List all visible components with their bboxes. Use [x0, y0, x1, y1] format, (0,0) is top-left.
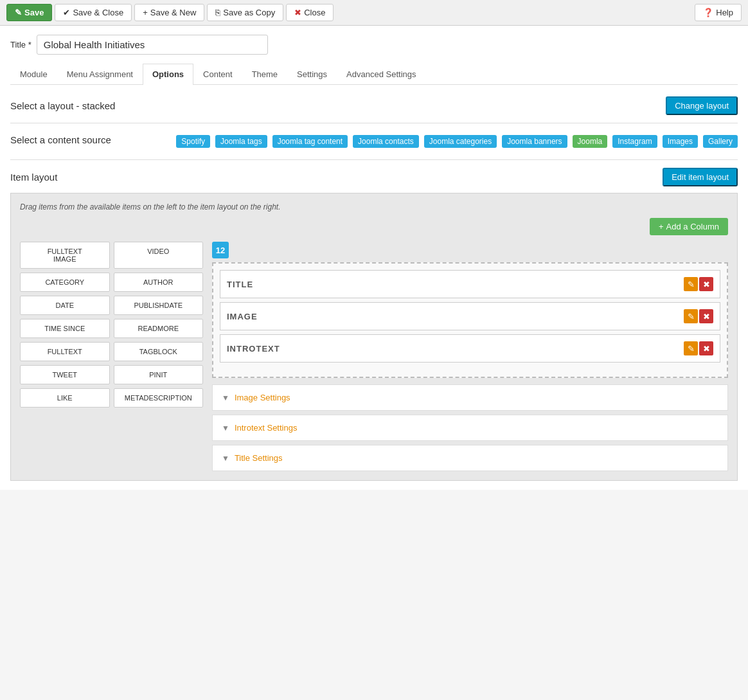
help-button[interactable]: ❓ Help [695, 4, 742, 21]
divider-2 [10, 159, 738, 160]
close-icon: ✖ [294, 8, 301, 17]
source-tag-joomla-tag-content[interactable]: Joomla tag content [272, 135, 348, 148]
source-tag-joomla-contacts[interactable]: Joomla contacts [353, 135, 419, 148]
tab-settings[interactable]: Settings [287, 64, 337, 84]
title-row: Title * [10, 35, 738, 55]
available-item-author[interactable]: AUTHOR [114, 273, 204, 292]
copy-icon: ⎘ [215, 8, 220, 17]
source-tag-spotify[interactable]: Spotify [176, 135, 210, 148]
layout-item-title: TITLE ✎ ✖ [220, 270, 720, 298]
source-tag-gallery[interactable]: Gallery [703, 135, 738, 148]
layout-item-title-label: TITLE [227, 280, 253, 289]
layout-item-introtext: INTROTEXT ✎ ✖ [220, 334, 720, 363]
image-settings-title: Image Settings [235, 393, 290, 402]
image-settings-header[interactable]: ▼ Image Settings [213, 385, 727, 410]
main-content: Title * Module Menu Assignment Options C… [0, 26, 748, 490]
available-item-video[interactable]: VIDEO [114, 242, 204, 269]
tab-module[interactable]: Module [10, 64, 57, 84]
content-source-tags: Spotify Joomla tags Joomla tag content J… [176, 135, 738, 148]
available-item-date[interactable]: DATE [20, 296, 110, 315]
title-input[interactable] [37, 35, 268, 55]
tab-theme[interactable]: Theme [242, 64, 287, 84]
introtext-settings-chevron: ▼ [222, 424, 229, 433]
tab-advanced-settings[interactable]: Advanced Settings [337, 64, 425, 84]
source-tag-joomla[interactable]: Joomla [573, 135, 608, 148]
layout-item-image: IMAGE ✎ ✖ [220, 302, 720, 330]
content-source-title: Select a content source [10, 134, 111, 145]
settings-sections: ▼ Image Settings ▼ Introtext Settings [212, 384, 728, 471]
introtext-delete-button[interactable]: ✖ [699, 341, 713, 355]
available-item-fulltext[interactable]: FULLTEXT [20, 342, 110, 361]
available-item-tweet[interactable]: TWEET [20, 365, 110, 384]
title-edit-button[interactable]: ✎ [684, 277, 698, 291]
change-layout-button[interactable]: Change layout [666, 96, 738, 115]
check-icon: ✔ [63, 8, 70, 17]
item-layout-header: Item layout Edit item layout [10, 168, 738, 186]
image-settings-chevron: ▼ [222, 393, 229, 402]
available-item-time-since[interactable]: TIME SINCE [20, 319, 110, 338]
item-layout-box: Drag items from the available items on t… [10, 193, 738, 481]
layout-title: Select a layout - stacked [10, 100, 115, 111]
source-tag-joomla-banners[interactable]: Joomla banners [502, 135, 567, 148]
drag-hint: Drag items from the available items on t… [20, 202, 728, 211]
image-item-actions: ✎ ✖ [684, 309, 713, 323]
title-settings-header[interactable]: ▼ Title Settings [213, 445, 727, 471]
drop-zone[interactable]: TITLE ✎ ✖ IMAGE ✎ ✖ [212, 262, 728, 378]
image-settings-section: ▼ Image Settings [212, 384, 728, 411]
item-layout-section: Item layout Edit item layout Drag items … [10, 168, 738, 481]
image-edit-button[interactable]: ✎ [684, 309, 698, 323]
layout-section-header: Select a layout - stacked Change layout [10, 96, 738, 115]
source-tag-joomla-categories[interactable]: Joomla categories [424, 135, 497, 148]
available-item-fulltext-image[interactable]: FULLTEXTIMAGE [20, 242, 110, 269]
available-item-metadescription[interactable]: METADESCRIPTION [114, 388, 204, 408]
content-source-header: Select a content source Spotify Joomla t… [10, 131, 738, 148]
introtext-settings-title: Introtext Settings [235, 423, 298, 433]
help-icon: ❓ [703, 8, 713, 17]
available-items-panel: FULLTEXTIMAGE VIDEO CATEGORY AUTHOR DATE… [20, 242, 203, 471]
divider-1 [10, 123, 738, 123]
column-number-badge: 12 [212, 242, 229, 258]
image-delete-button[interactable]: ✖ [699, 309, 713, 323]
save-close-button[interactable]: ✔ Save & Close [55, 4, 132, 21]
available-item-publishdate[interactable]: PUBLISHDATE [114, 296, 204, 315]
tab-menu-assignment[interactable]: Menu Assignment [57, 64, 143, 84]
item-layout-title: Item layout [10, 172, 57, 183]
tab-content[interactable]: Content [193, 64, 242, 84]
save-button[interactable]: ✎ Save [6, 4, 52, 21]
edit-item-layout-button[interactable]: Edit item layout [663, 168, 738, 186]
title-settings-title: Title Settings [235, 453, 283, 463]
title-label: Title * [10, 40, 31, 49]
introtext-edit-button[interactable]: ✎ [684, 341, 698, 355]
content-source-section: Select a content source Spotify Joomla t… [10, 131, 738, 148]
drop-column: 12 TITLE ✎ ✖ IMAGE ✎ [212, 242, 728, 471]
title-delete-button[interactable]: ✖ [699, 277, 713, 291]
layout-item-image-label: IMAGE [227, 312, 258, 321]
title-item-actions: ✎ ✖ [684, 277, 713, 291]
add-column-button[interactable]: + Add a Column [650, 218, 728, 235]
layout-body: FULLTEXTIMAGE VIDEO CATEGORY AUTHOR DATE… [20, 242, 728, 471]
available-item-pinit[interactable]: PINIT [114, 365, 204, 384]
title-settings-chevron: ▼ [222, 454, 229, 463]
introtext-item-actions: ✎ ✖ [684, 341, 713, 355]
toolbar: ✎ Save ✔ Save & Close + Save & New ⎘ Sav… [0, 0, 748, 26]
introtext-settings-section: ▼ Introtext Settings [212, 415, 728, 441]
available-item-category[interactable]: CATEGORY [20, 273, 110, 292]
plus-icon: + [143, 8, 148, 17]
title-settings-section: ▼ Title Settings [212, 445, 728, 471]
source-tag-images[interactable]: Images [663, 135, 698, 148]
introtext-settings-header[interactable]: ▼ Introtext Settings [213, 415, 727, 440]
tabs: Module Menu Assignment Options Content T… [10, 64, 738, 85]
source-tag-joomla-tags[interactable]: Joomla tags [215, 135, 267, 148]
plus-col-icon: + [659, 222, 664, 231]
available-item-tagblock[interactable]: TAGBLOCK [114, 342, 204, 361]
close-button[interactable]: ✖ Close [286, 4, 334, 21]
available-item-like[interactable]: LIKE [20, 388, 110, 408]
available-item-readmore[interactable]: READMORE [114, 319, 204, 338]
save-copy-button[interactable]: ⎘ Save as Copy [207, 4, 283, 21]
source-tag-instagram[interactable]: Instagram [612, 135, 657, 148]
tab-options[interactable]: Options [143, 64, 193, 85]
layout-item-introtext-label: INTROTEXT [227, 344, 280, 354]
save-icon: ✎ [15, 8, 22, 17]
save-new-button[interactable]: + Save & New [134, 4, 204, 21]
